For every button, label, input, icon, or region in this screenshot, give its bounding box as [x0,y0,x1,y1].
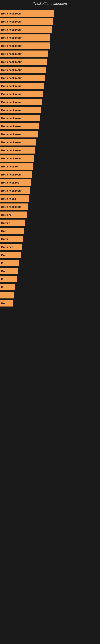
bottleneck-bar: B [0,284,15,290]
bottleneck-bar: Bottleneck result [0,123,39,130]
bar-row: Bottleneck result [0,10,100,18]
bar-row: Bottleneck result [0,90,100,98]
bottleneck-bar: Bottleneck result [0,131,38,138]
bar-row [0,291,100,299]
bar-row: Bottleneck result [0,58,100,66]
bar-row: Bottleneck result [0,122,100,130]
bar-row: Bottleneck resu [0,154,100,162]
bottleneck-bar: B [0,276,17,282]
bar-row: Bottleneck result [0,146,100,154]
bar-row: B [0,275,100,283]
bottleneck-bar: Bottleneck result [0,10,54,17]
bottleneck-bar: Bottleneck result [0,58,47,65]
bottleneck-bar: Bottleneck resu [0,204,28,210]
bottleneck-bar: Bottleneck result [0,99,42,105]
bar-row: B [0,283,100,291]
bottleneck-bar: Bottleneck result [0,26,51,33]
bar-row: Bottlenec [0,243,100,251]
bar-row: Bottleneck result [0,130,100,138]
bar-row: Bott [0,227,100,235]
bottleneck-bar: Bottleneck result [0,91,43,97]
bottleneck-bar: Bottleneck result [0,115,40,121]
bottleneck-bar: Bo [0,268,18,274]
bottleneck-bar: Bottleneck result [0,42,50,49]
bottleneck-bar: Bottleneck result [0,139,36,146]
bar-row: Bottleneck result [0,82,100,90]
bottleneck-bar: Bottler [0,220,25,226]
bar-row: Bottleneck resu [0,203,100,211]
bar-row: Bottleneck result [0,138,100,146]
bar-row: Bottlene [0,211,100,219]
bottleneck-bar [0,292,14,298]
bar-row: Bottleneck re [0,162,100,170]
bar-row: Bottleneck result [0,42,100,50]
bottleneck-bar: Bottleneck resu [0,171,32,178]
bar-row: Bottleneck result [0,114,100,122]
bottleneck-bar: Bottleneck result [0,187,30,194]
bar-row: Bottleneck result [0,106,100,114]
bottleneck-bar: Bottleneck result [0,66,46,73]
bottleneck-bar: Bo [0,300,13,306]
bottleneck-bar: Bottleneck r [0,196,29,202]
bar-row: Bottleneck result [0,18,100,26]
bottleneck-bar: Bottleneck res [0,179,31,186]
bar-row: Bottleneck result [0,34,100,42]
bar-row: Bottleneck res [0,178,100,186]
bottleneck-bar: Bott [0,252,21,258]
bar-row: Bottleneck r [0,194,100,203]
bottleneck-bar: Bott [0,228,24,234]
bottleneck-bar: Bottleneck result [0,18,53,25]
site-title: TheBottlenecker.com [0,0,100,8]
bar-row: Bottleneck result [0,186,100,194]
bottleneck-bar: Bottleneck result [0,83,44,89]
bar-row: Bottleneck result [0,50,100,58]
bar-row: Bottleneck resu [0,170,100,178]
bars-container: Bottleneck resultBottleneck resultBottle… [0,8,100,309]
bar-row: Bottler [0,219,100,227]
bar-row: Bo [0,299,100,307]
bottleneck-bar: Bottleneck result [0,50,49,57]
bottleneck-bar: Bottleneck result [0,107,41,113]
bar-row: Bottleneck result [0,66,100,74]
bottleneck-bar: Bottleneck re [0,163,33,170]
bar-row: B [0,259,100,267]
bottleneck-bar: Bottleneck result [0,75,45,81]
bar-row: Bottle [0,235,100,243]
bottleneck-bar: B [0,260,19,266]
bar-row: Bo [0,267,100,275]
bottleneck-bar: Bottle [0,236,23,242]
bottleneck-bar: Bottlenec [0,244,22,250]
bar-row: Bottleneck result [0,26,100,34]
bar-row: Bottleneck result [0,74,100,82]
bar-row: Bottleneck result [0,98,100,106]
bottleneck-bar: Bottleneck result [0,147,35,154]
bottleneck-bar: Bottleneck result [0,34,50,41]
bottleneck-bar: Bottleneck resu [0,155,34,162]
bar-row: Bott [0,251,100,259]
bottleneck-bar: Bottlene [0,212,27,218]
